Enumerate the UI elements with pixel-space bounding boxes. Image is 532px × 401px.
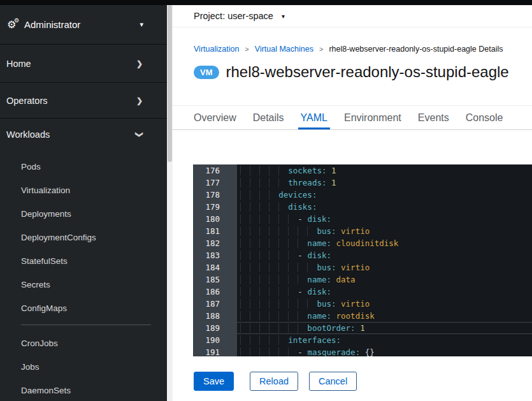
line-number: 177 (193, 177, 237, 189)
line-content: - disk: (237, 249, 532, 261)
save-button[interactable]: Save (194, 372, 234, 391)
line-content: bus: virtio (237, 225, 532, 237)
line-content: name: data (237, 273, 532, 286)
line-number: 191 (193, 346, 237, 356)
editor-line: 178 devices: (193, 189, 532, 201)
breadcrumb-separator-icon: > (245, 45, 248, 53)
line-content: bus: virtio (237, 261, 532, 273)
chevron-right-icon: ❯ (136, 96, 143, 105)
editor-line: 183 - disk: (193, 249, 532, 261)
line-content: disks: (237, 201, 532, 213)
sidebar: ⚙⚙ Administrator ▾ Home❯Operators❯Worklo… (0, 5, 167, 401)
sidebar-item-deployments[interactable]: Deployments (0, 202, 167, 226)
sidebar-item-jobs[interactable]: Jobs (0, 355, 167, 379)
sidebar-item-statefulsets[interactable]: StatefulSets (0, 249, 167, 273)
line-number: 181 (193, 225, 237, 237)
sidebar-item-virtualization[interactable]: Virtualization (0, 179, 167, 202)
line-content: - disk: (237, 213, 532, 225)
editor-line: 189 bootOrder: 1 (193, 322, 532, 334)
line-content: name: rootdisk (237, 310, 532, 322)
sidebar-item-cronjobs[interactable]: CronJobs (0, 332, 167, 355)
line-content: devices: (237, 189, 532, 201)
page-title-row: VM rhel8-webserver-readonly-os-stupid-ea… (194, 63, 509, 81)
line-content: - masquerade: {} (237, 346, 532, 356)
sidebar-item-workloads[interactable]: Workloads❯ (0, 119, 167, 150)
line-number: 185 (193, 273, 237, 286)
line-number: 190 (193, 334, 237, 346)
line-number: 187 (193, 298, 237, 310)
editor-line: 191 - masquerade: {} (193, 346, 532, 356)
line-content: interfaces: (237, 334, 532, 346)
chevron-right-icon: ❯ (136, 59, 143, 68)
vm-badge: VM (194, 66, 219, 79)
line-content: threads: 1 (237, 177, 532, 189)
line-number: 183 (193, 249, 237, 261)
tab-bar: OverviewDetailsYAMLEnvironmentEventsCons… (173, 105, 532, 130)
line-content: sockets: 1 (237, 164, 532, 177)
editor-line: 177 threads: 1 (193, 177, 532, 189)
sidebar-item-home[interactable]: Home❯ (0, 45, 167, 83)
breadcrumb-link[interactable]: Virtualization (194, 45, 239, 54)
page-scrollbar[interactable] (167, 5, 173, 401)
sidebar-item-label: Home (6, 59, 31, 69)
editor-line: 181 bus: virtio (193, 225, 532, 237)
project-selector-label: Project: user-space (194, 11, 273, 21)
breadcrumb-separator-icon: > (319, 45, 323, 53)
line-number: 179 (193, 201, 237, 213)
editor-line: 179 disks: (193, 201, 532, 213)
tab-events[interactable]: Events (410, 106, 457, 129)
line-number: 188 (193, 310, 237, 322)
reload-button[interactable]: Reload (250, 372, 298, 391)
sidebar-item-operators[interactable]: Operators❯ (0, 83, 167, 119)
editor-line: 188 name: rootdisk (193, 310, 532, 322)
workloads-subnav: PodsVirtualizationDeploymentsDeploymentC… (0, 150, 167, 401)
project-selector[interactable]: Project: user-space ▾ (173, 5, 532, 27)
sidebar-item-label: Workloads (6, 129, 50, 140)
editor-line: 184 bus: virtio (193, 261, 532, 273)
breadcrumb: Virtualization>Virtual Machines>rhel8-we… (194, 45, 503, 54)
sidebar-nav: Home❯Operators❯Workloads❯ (0, 45, 167, 150)
sidebar-item-daemonsets[interactable]: DaemonSets (0, 379, 167, 401)
line-content: bootOrder: 1 (237, 322, 532, 334)
line-number: 186 (193, 286, 237, 298)
sidebar-item-pods[interactable]: Pods (0, 155, 167, 179)
cancel-button[interactable]: Cancel (309, 372, 357, 391)
tab-environment[interactable]: Environment (336, 106, 410, 129)
sidebar-item-label: Operators (6, 96, 47, 106)
caret-down-icon: ▾ (140, 20, 143, 29)
main-content: Project: user-space ▾ Virtualization>Vir… (173, 5, 532, 401)
editor-line: 187 bus: virtio (193, 298, 532, 310)
caret-down-icon: ▾ (282, 13, 285, 20)
cogs-icon: ⚙⚙ (7, 20, 24, 30)
tab-console[interactable]: Console (457, 106, 512, 129)
tab-overview[interactable]: Overview (185, 106, 245, 129)
sidebar-item-secrets[interactable]: Secrets (0, 273, 167, 296)
masthead-bar (0, 0, 532, 5)
line-number: 182 (193, 237, 237, 249)
breadcrumb-current: rhel8-webserver-readonly-os-stupid-eagle… (329, 45, 503, 54)
editor-line: 190 interfaces: (193, 334, 532, 346)
line-number: 178 (193, 189, 237, 201)
breadcrumb-link[interactable]: Virtual Machines (255, 45, 313, 54)
tab-yaml[interactable]: YAML (292, 106, 336, 129)
line-number: 184 (193, 261, 237, 273)
page-title: rhel8-webserver-readonly-os-stupid-eagle (226, 63, 509, 81)
editor-line: 185 name: data (193, 273, 532, 286)
page-scrollbar-thumb[interactable] (168, 5, 172, 162)
action-buttons: Save Reload Cancel (194, 372, 368, 391)
perspective-switcher[interactable]: ⚙⚙ Administrator ▾ (0, 5, 167, 45)
chevron-down-icon: ❯ (135, 131, 144, 138)
line-content: name: cloudinitdisk (237, 237, 532, 249)
line-content: - disk: (237, 286, 532, 298)
sidebar-item-deploymentconfigs[interactable]: DeploymentConfigs (0, 226, 167, 249)
line-content: bus: virtio (237, 298, 532, 310)
editor-line: 186 - disk: (193, 286, 532, 298)
tab-details[interactable]: Details (245, 106, 292, 129)
editor-line: 180 - disk: (193, 213, 532, 225)
sidebar-item-configmaps[interactable]: ConfigMaps (0, 296, 167, 320)
line-number: 189 (193, 322, 237, 334)
perspective-label: Administrator (24, 19, 80, 30)
line-number: 176 (193, 164, 237, 177)
line-number: 180 (193, 213, 237, 225)
yaml-editor[interactable]: 176 sockets: 1177 threads: 1178 devices:… (193, 164, 532, 356)
